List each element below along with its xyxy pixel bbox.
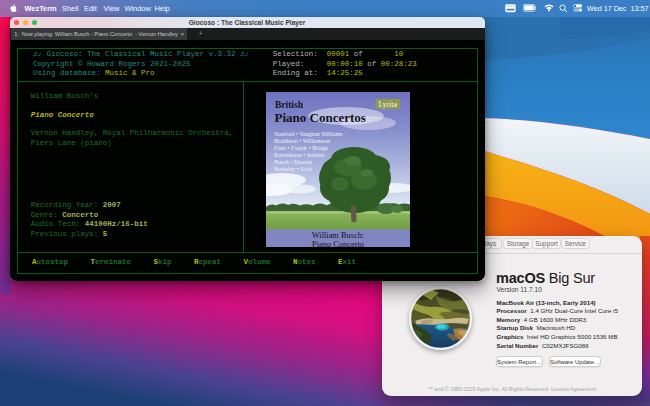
svg-text:Hoddinott • Williamson: Hoddinott • Williamson <box>274 138 330 144</box>
svg-text:Stanford • Vaughan Williams: Stanford • Vaughan Williams <box>274 131 343 137</box>
svg-text:Piano Concerto: Piano Concerto <box>312 240 364 248</box>
svg-text:Lyrita: Lyrita <box>378 100 397 109</box>
svg-text:Finzi • Foulds • Bridge: Finzi • Foulds • Bridge <box>274 145 329 151</box>
svg-text:William Busch:: William Busch: <box>311 231 363 240</box>
svg-text:Busch • Moeran: Busch • Moeran <box>274 159 312 165</box>
svg-text:Piano Concertos: Piano Concertos <box>274 110 365 125</box>
svg-text:Rawsthorne • Ireland: Rawsthorne • Ireland <box>274 152 324 158</box>
svg-text:British: British <box>275 99 304 109</box>
svg-text:Berkeley • Scott: Berkeley • Scott <box>274 166 313 172</box>
